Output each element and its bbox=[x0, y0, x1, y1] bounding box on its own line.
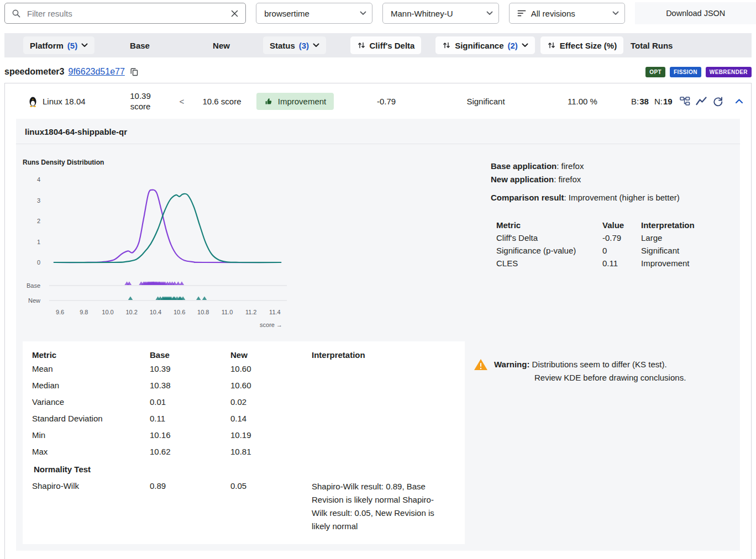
graph-button[interactable] bbox=[695, 95, 708, 107]
effect-size-sort-button[interactable]: Effect Size (%) bbox=[540, 36, 623, 54]
stats-table-head-row: MetricBaseNewInterpretation bbox=[32, 349, 443, 361]
stats-section-row: Normality Test bbox=[32, 460, 443, 478]
chevron-down-icon bbox=[522, 43, 528, 48]
warning-text: Warning: Distributions seem to differ (K… bbox=[494, 358, 686, 384]
metrics-table-body: Cliff's Delta-0.79LargeSignificance (p-v… bbox=[496, 231, 695, 270]
result-row: Linux 18.04 10.39 score < 10.6 score Imp… bbox=[5, 83, 751, 119]
revisions-select-value: All revisions bbox=[531, 9, 575, 18]
stats-row: Mean10.3910.60 bbox=[32, 361, 443, 377]
svg-text:1: 1 bbox=[37, 239, 40, 245]
revision-header: speedometer3 9f6623d51e77 OPTFISSIONWEBR… bbox=[4, 66, 752, 77]
stats-row: Median10.3810.60 bbox=[32, 377, 443, 394]
new-runs-count: 19 bbox=[663, 97, 673, 106]
total-runs-cell: B:38 N:19 bbox=[627, 94, 751, 108]
status-filter-button[interactable]: Status (3) bbox=[263, 36, 326, 54]
filter-icon bbox=[517, 9, 526, 17]
new-runs-label: N: bbox=[654, 97, 663, 106]
new-score: 10.6 score bbox=[202, 97, 241, 106]
svg-text:score →: score → bbox=[260, 321, 282, 328]
significance-sort-button[interactable]: Significance (2) bbox=[435, 36, 535, 54]
test-name: speedometer3 bbox=[4, 67, 65, 77]
linux-icon bbox=[28, 96, 38, 107]
platform-filter-label: Platform bbox=[30, 41, 64, 50]
status-label: Improvement bbox=[278, 97, 327, 106]
results-table-header: Platform (5) Base New Status (3) Cliff's… bbox=[4, 33, 752, 57]
metrics-row: Significance (p-value)0Significant bbox=[496, 244, 695, 257]
framework-select[interactable]: browsertime bbox=[256, 3, 372, 24]
sort-icon bbox=[357, 41, 366, 50]
framework-select-value: browsertime bbox=[264, 9, 309, 18]
chevron-down-icon bbox=[486, 11, 493, 15]
warning-line2: Review KDE before drawing conclusions. bbox=[534, 371, 686, 384]
chart-title: Runs Density Distribution bbox=[23, 159, 491, 166]
svg-text:11.2: 11.2 bbox=[245, 309, 257, 315]
svg-text:Base: Base bbox=[27, 282, 40, 289]
test-select[interactable]: Mann-Whitney-U bbox=[382, 3, 499, 24]
base-runs-label: B: bbox=[631, 97, 639, 106]
new-application-line: New application: firefox bbox=[491, 173, 740, 186]
retrigger-button[interactable] bbox=[711, 94, 725, 108]
revisions-select[interactable]: All revisions bbox=[509, 3, 626, 24]
significance-value: Significant bbox=[466, 97, 505, 106]
graph-icon bbox=[696, 96, 707, 106]
base-application-line: Base application: firefox bbox=[491, 160, 740, 173]
chevron-down-icon bbox=[81, 43, 88, 48]
svg-text:9.8: 9.8 bbox=[80, 309, 88, 315]
platform-filter-button[interactable]: Platform (5) bbox=[23, 36, 95, 54]
collapse-row-button[interactable] bbox=[734, 97, 744, 105]
toolbar: browsertime Mann-Whitney-U All revisions… bbox=[0, 0, 756, 27]
subtest-title: linux1804-64-shippable-qr bbox=[16, 119, 740, 144]
metrics-table-head-row: MetricValueInterpretation bbox=[496, 219, 695, 231]
cliffs-delta-column-header: Cliff's Delta bbox=[370, 41, 415, 50]
svg-text:3: 3 bbox=[37, 197, 40, 204]
significance-filter-count: (2) bbox=[508, 41, 518, 50]
filter-input[interactable] bbox=[26, 8, 224, 19]
metrics-table: MetricValueInterpretation Cliff's Delta-… bbox=[496, 219, 695, 270]
stats-row: Variance0.010.02 bbox=[32, 394, 443, 410]
svg-text:New: New bbox=[28, 297, 40, 304]
filter-box[interactable] bbox=[4, 3, 246, 24]
cliffs-delta-sort-button[interactable]: Cliff's Delta bbox=[350, 36, 422, 54]
stats-row: Min10.1610.19 bbox=[32, 427, 443, 444]
svg-text:11.0: 11.0 bbox=[222, 309, 233, 315]
svg-text:4: 4 bbox=[37, 176, 40, 183]
subtests-icon bbox=[679, 96, 690, 107]
svg-text:10.6: 10.6 bbox=[174, 309, 185, 315]
effect-size-column-header: Effect Size (%) bbox=[560, 41, 617, 50]
stats-row: Shapiro-Wilk0.890.05Shapiro-Wilk result:… bbox=[32, 478, 443, 534]
comparison-info: Base application: firefox New applicatio… bbox=[491, 144, 740, 335]
svg-text:10.4: 10.4 bbox=[150, 309, 161, 315]
sort-icon bbox=[442, 41, 451, 50]
copy-revision-button[interactable] bbox=[129, 66, 140, 77]
stats-row: Max10.6210.81 bbox=[32, 444, 443, 460]
comparison-sign: < bbox=[180, 97, 185, 106]
stats-table-body: Mean10.3910.60Median10.3810.60Variance0.… bbox=[32, 361, 443, 534]
status-filter-count: (3) bbox=[299, 41, 309, 50]
stats-card: MetricBaseNewInterpretation Mean10.3910.… bbox=[23, 341, 465, 544]
metrics-row: Cliff's Delta-0.79Large bbox=[496, 231, 695, 244]
clear-filter-button[interactable] bbox=[229, 8, 240, 19]
chevron-up-icon bbox=[735, 98, 743, 104]
svg-text:2: 2 bbox=[37, 218, 40, 224]
svg-text:0: 0 bbox=[37, 259, 40, 266]
platform-name: Linux 18.04 bbox=[43, 97, 86, 106]
effect-size-value: 11.00 % bbox=[568, 97, 597, 106]
metrics-row: CLES0.11Improvement bbox=[496, 257, 695, 270]
chevron-down-icon bbox=[360, 11, 366, 15]
download-json-button[interactable]: Download JSON bbox=[635, 2, 756, 24]
warning-block: Warning: Distributions seem to differ (K… bbox=[465, 341, 733, 384]
thumbs-up-icon bbox=[264, 97, 273, 106]
status-badge: Improvement bbox=[256, 93, 334, 110]
total-runs-column-header: Total Runs bbox=[631, 41, 673, 50]
subtests-button[interactable] bbox=[678, 94, 691, 108]
refresh-icon bbox=[712, 96, 723, 107]
comparison-result-line: Comparison result: Improvement (higher i… bbox=[491, 191, 740, 204]
chevron-down-icon bbox=[313, 43, 319, 48]
kde-chart: 012349.69.810.010.210.410.610.811.011.21… bbox=[23, 167, 299, 333]
warning-label: Warning: bbox=[494, 360, 529, 369]
copy-icon bbox=[130, 67, 139, 76]
platform-badge: FISSION bbox=[670, 67, 701, 77]
revision-link[interactable]: 9f6623d51e77 bbox=[69, 67, 125, 77]
svg-text:9.6: 9.6 bbox=[56, 309, 64, 315]
base-column-header: Base bbox=[130, 41, 150, 50]
